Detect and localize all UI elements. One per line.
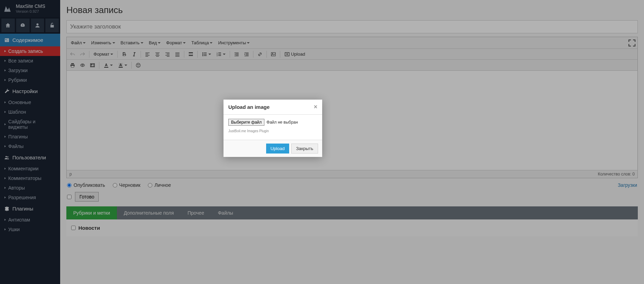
choose-file-button[interactable]: Выберите файл	[228, 119, 264, 126]
modal-footer: Upload Закрыть	[223, 140, 322, 157]
upload-modal: Upload an image × Выберите файл Файл не …	[223, 100, 322, 157]
modal-header: Upload an image ×	[223, 100, 322, 115]
upload-confirm-button[interactable]: Upload	[266, 144, 289, 154]
plugin-info: JustBoil.me Images Plugin	[228, 129, 317, 133]
file-status: Файл не выбран	[266, 120, 298, 125]
modal-body: Выберите файл Файл не выбран JustBoil.me…	[223, 115, 322, 140]
close-icon[interactable]: ×	[314, 103, 317, 111]
modal-title: Upload an image	[228, 104, 270, 110]
close-button[interactable]: Закрыть	[291, 144, 318, 154]
